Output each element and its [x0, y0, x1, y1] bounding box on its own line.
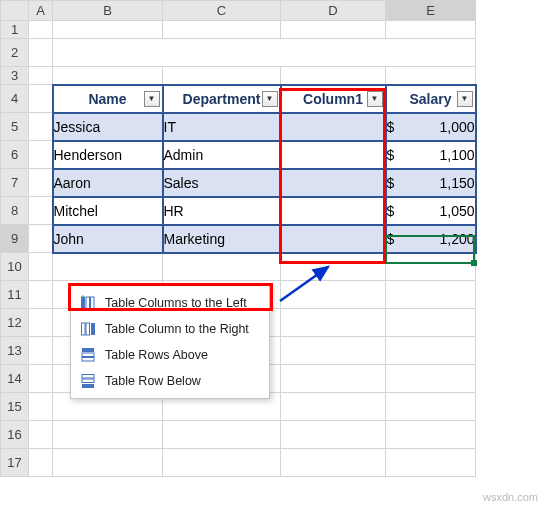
cell-sal-1[interactable]: $1,100	[386, 141, 476, 169]
cell-name-4[interactable]: John	[53, 225, 163, 253]
col-header-B[interactable]: B	[53, 1, 163, 21]
header-salary[interactable]: Salary ▼	[386, 85, 476, 113]
filter-button-name[interactable]: ▼	[144, 91, 160, 107]
svg-rect-3	[91, 297, 95, 309]
cell-dept-2[interactable]: Sales	[163, 169, 281, 197]
spreadsheet-grid[interactable]: A B C D E 1 2 Use of Context Menu 3 4 Na…	[0, 0, 477, 477]
row-header-5[interactable]: 5	[1, 113, 29, 141]
table-title: Use of Context Menu	[53, 39, 476, 67]
svg-rect-10	[82, 384, 94, 388]
header-name[interactable]: Name ▼	[53, 85, 163, 113]
cell-name-2[interactable]: Aaron	[53, 169, 163, 197]
svg-rect-8	[82, 353, 94, 357]
svg-rect-1	[81, 297, 85, 309]
header-column1[interactable]: Column1 ▼	[281, 85, 386, 113]
watermark: wsxdn.com	[483, 491, 538, 503]
cell-col1-3[interactable]	[281, 197, 386, 225]
col-header-D[interactable]: D	[281, 1, 386, 21]
svg-line-0	[280, 267, 328, 301]
row-header-8[interactable]: 8	[1, 197, 29, 225]
cell-col1-4[interactable]	[281, 225, 386, 253]
header-department[interactable]: Department ▼	[163, 85, 281, 113]
row-header-7[interactable]: 7	[1, 169, 29, 197]
row-header-3[interactable]: 3	[1, 67, 29, 85]
row-header-6[interactable]: 6	[1, 141, 29, 169]
menu-item-cols-right-label: Table Column to the Right	[105, 322, 249, 336]
svg-rect-7	[82, 348, 94, 352]
menu-item-cols-left-label: Table Columns to the Left	[105, 296, 247, 310]
row-header-14[interactable]: 14	[1, 365, 29, 393]
insert-row-below-icon	[79, 372, 97, 390]
row-header-13[interactable]: 13	[1, 337, 29, 365]
insert-cols-left-icon	[79, 294, 97, 312]
cell-col1-2[interactable]	[281, 169, 386, 197]
row-header-12[interactable]: 12	[1, 309, 29, 337]
svg-rect-4	[91, 323, 95, 335]
annotation-arrow	[280, 263, 340, 306]
svg-rect-5	[82, 323, 86, 335]
svg-rect-9	[82, 358, 94, 362]
header-department-label: Department	[183, 91, 261, 107]
header-salary-label: Salary	[409, 91, 451, 107]
svg-rect-6	[86, 323, 90, 335]
cell-sal-2[interactable]: $1,150	[386, 169, 476, 197]
row-header-11[interactable]: 11	[1, 281, 29, 309]
cell-name-0[interactable]: Jessica	[53, 113, 163, 141]
menu-item-row-below-label: Table Row Below	[105, 374, 201, 388]
filter-button-column1[interactable]: ▼	[367, 91, 383, 107]
menu-item-rows-above-label: Table Rows Above	[105, 348, 208, 362]
col-header-C[interactable]: C	[163, 1, 281, 21]
cell-col1-1[interactable]	[281, 141, 386, 169]
col-header-A[interactable]: A	[29, 1, 53, 21]
row-header-17[interactable]: 17	[1, 449, 29, 477]
col-header-E[interactable]: E	[386, 1, 476, 21]
row-header-9[interactable]: 9	[1, 225, 29, 253]
cell-dept-4[interactable]: Marketing	[163, 225, 281, 253]
menu-item-cols-right[interactable]: Table Column to the Right	[71, 316, 269, 342]
svg-rect-12	[82, 379, 94, 383]
insert-rows-above-icon	[79, 346, 97, 364]
svg-rect-2	[86, 297, 90, 309]
cell-name-1[interactable]: Henderson	[53, 141, 163, 169]
svg-rect-11	[82, 375, 94, 379]
row-header-4[interactable]: 4	[1, 85, 29, 113]
select-all-cell[interactable]	[1, 1, 29, 21]
menu-item-cols-left[interactable]: Table Columns to the Left	[71, 290, 269, 316]
cell-sal-0[interactable]: $1,000	[386, 113, 476, 141]
row-header-2[interactable]: 2	[1, 39, 29, 67]
cell-dept-0[interactable]: IT	[163, 113, 281, 141]
cell-sal-3[interactable]: $1,050	[386, 197, 476, 225]
row-header-16[interactable]: 16	[1, 421, 29, 449]
cell-dept-1[interactable]: Admin	[163, 141, 281, 169]
cell-col1-0[interactable]	[281, 113, 386, 141]
menu-item-rows-above[interactable]: Table Rows Above	[71, 342, 269, 368]
cell-sal-4[interactable]: $1,200	[386, 225, 476, 253]
header-column1-label: Column1	[303, 91, 363, 107]
row-header-1[interactable]: 1	[1, 21, 29, 39]
cell-name-3[interactable]: Mitchel	[53, 197, 163, 225]
header-name-label: Name	[88, 91, 126, 107]
cell-dept-3[interactable]: HR	[163, 197, 281, 225]
row-header-15[interactable]: 15	[1, 393, 29, 421]
row-header-10[interactable]: 10	[1, 253, 29, 281]
filter-button-department[interactable]: ▼	[262, 91, 278, 107]
menu-item-row-below[interactable]: Table Row Below	[71, 368, 269, 394]
insert-context-menu: Table Columns to the Left Table Column t…	[70, 285, 270, 399]
filter-button-salary[interactable]: ▼	[457, 91, 473, 107]
insert-cols-right-icon	[79, 320, 97, 338]
